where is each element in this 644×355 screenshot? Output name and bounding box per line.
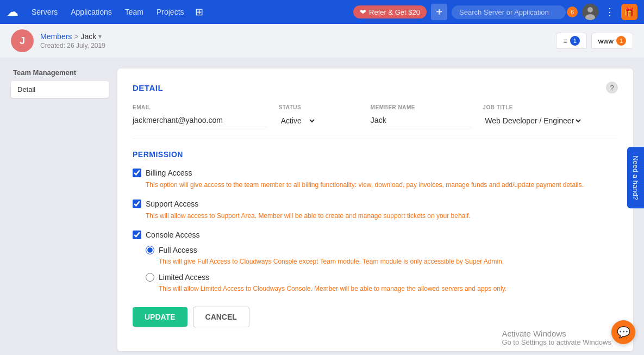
help-sidebar[interactable]: Need a hand? xyxy=(627,147,644,209)
panel-header: DETAIL ? xyxy=(133,82,618,94)
billing-access-desc: This option will give access to the team… xyxy=(146,180,618,190)
nav-projects[interactable]: Projects xyxy=(152,5,189,18)
full-access-label: Full Access xyxy=(159,246,197,254)
divider xyxy=(133,139,618,139)
email-value: jackmerchant@yahoo.com xyxy=(133,114,268,127)
tab-www[interactable]: www 1 xyxy=(591,33,633,49)
svg-point-1 xyxy=(587,7,593,13)
job-title-group: JOB TITLE Web Developer / Engineer Desig… xyxy=(483,104,618,128)
cancel-button[interactable]: CANCEL xyxy=(193,307,249,327)
console-access-item: Console Access Full Access This will giv… xyxy=(133,231,618,294)
member-name-value: Jack xyxy=(371,114,472,127)
limited-access-radio[interactable] xyxy=(146,273,154,282)
permissions-title: PERMISSION xyxy=(133,150,618,159)
status-select[interactable]: Active Inactive xyxy=(279,114,316,128)
breadcrumb-current: Jack xyxy=(81,32,97,41)
billing-access-header: Billing Access xyxy=(133,169,618,177)
grid-icon[interactable]: ⊞ xyxy=(195,6,203,18)
console-access-label: Console Access xyxy=(146,231,200,239)
email-group: EMAIL jackmerchant@yahoo.com xyxy=(133,104,268,128)
detail-form-row: EMAIL jackmerchant@yahoo.com STATUS Acti… xyxy=(133,104,618,128)
limited-access-label: Limited Access xyxy=(159,273,209,282)
topnav: ☁ Servers Applications Team Projects ⊞ ❤… xyxy=(0,0,644,24)
status-group: STATUS Active Inactive xyxy=(279,104,360,128)
add-button[interactable]: + xyxy=(431,4,447,20)
status-select-row: Active Inactive xyxy=(279,114,360,128)
chevron-down-icon[interactable]: ▾ xyxy=(98,33,102,40)
full-access-header: Full Access xyxy=(146,246,618,254)
server-tab-icon: ≡ xyxy=(563,37,567,45)
www-tab-label: www xyxy=(598,37,614,45)
breadcrumb-bar: J Members > Jack ▾ Created: 26 July, 201… xyxy=(0,24,644,58)
billing-access-checkbox[interactable] xyxy=(133,169,141,177)
billing-access-label: Billing Access xyxy=(146,169,192,177)
main-content: Team Management Detail DETAIL ? EMAIL ja… xyxy=(0,58,644,355)
sidebar-title: Team Management xyxy=(11,68,109,77)
breadcrumb-text: Members > Jack ▾ Created: 26 July, 2019 xyxy=(40,32,105,49)
refer-button[interactable]: ❤ Refer & Get $20 xyxy=(353,5,427,18)
detail-panel: DETAIL ? EMAIL jackmerchant@yahoo.com ST… xyxy=(117,68,633,351)
gift-icon[interactable]: 🎁 xyxy=(621,4,637,20)
support-access-item: Support Access This will allow access to… xyxy=(133,200,618,221)
created-date: Created: 26 July, 2019 xyxy=(40,42,105,49)
email-label: EMAIL xyxy=(133,104,268,110)
tab-servers[interactable]: ≡ 1 xyxy=(556,33,587,49)
update-button[interactable]: UPDATE xyxy=(133,307,187,327)
breadcrumb-sep: > xyxy=(74,32,78,41)
full-access-desc: This will give Full Access to Cloudways … xyxy=(159,257,618,266)
support-access-checkbox[interactable] xyxy=(133,200,141,208)
member-name-label: MEMBER NAME xyxy=(371,104,472,110)
help-icon[interactable]: ? xyxy=(606,82,618,94)
more-options-icon[interactable]: ⋮ xyxy=(603,6,617,18)
permissions-section: PERMISSION Billing Access This option wi… xyxy=(133,150,618,294)
heart-icon: ❤ xyxy=(360,8,366,16)
user-avatar[interactable] xyxy=(582,4,598,20)
limited-access-item: Limited Access This will allow Limited A… xyxy=(146,273,618,294)
nav-applications[interactable]: Applications xyxy=(66,5,116,18)
support-access-header: Support Access xyxy=(133,200,618,208)
limited-access-header: Limited Access xyxy=(146,273,618,282)
console-access-checkbox[interactable] xyxy=(133,231,141,239)
notification-badge[interactable]: 6 xyxy=(567,7,578,17)
sidebar: Team Management Detail xyxy=(11,68,109,351)
console-access-header: Console Access xyxy=(133,231,618,239)
job-title-select-row: Web Developer / Engineer Designer Manage… xyxy=(483,114,618,128)
nav-servers[interactable]: Servers xyxy=(27,5,62,18)
members-link[interactable]: Members xyxy=(40,32,72,41)
avatar: J xyxy=(11,29,34,52)
server-count-badge: 1 xyxy=(570,36,580,46)
www-count-badge: 1 xyxy=(616,36,626,46)
action-row: UPDATE CANCEL xyxy=(133,307,618,327)
search-input[interactable] xyxy=(452,5,566,19)
job-title-select[interactable]: Web Developer / Engineer Designer Manage… xyxy=(483,114,583,128)
refer-label: Refer & Get $20 xyxy=(369,8,420,16)
logo-icon[interactable]: ☁ xyxy=(7,5,18,19)
limited-access-desc: This will allow Limited Access to Cloudw… xyxy=(159,284,618,294)
status-label: STATUS xyxy=(279,104,360,110)
member-name-group: MEMBER NAME Jack xyxy=(371,104,472,128)
breadcrumb-right: ≡ 1 www 1 xyxy=(556,33,633,49)
support-access-desc: This will allow access to Support Area. … xyxy=(146,211,618,221)
breadcrumb: Members > Jack ▾ xyxy=(40,32,105,41)
sidebar-item-detail[interactable]: Detail xyxy=(11,81,109,98)
console-radio-options: Full Access This will give Full Access t… xyxy=(146,246,618,294)
support-access-label: Support Access xyxy=(146,200,198,208)
full-access-item: Full Access This will give Full Access t… xyxy=(146,246,618,266)
nav-team[interactable]: Team xyxy=(121,5,148,18)
full-access-radio[interactable] xyxy=(146,246,154,254)
breadcrumb-left: J Members > Jack ▾ Created: 26 July, 201… xyxy=(11,29,105,52)
job-title-label: JOB TITLE xyxy=(483,104,618,110)
chat-button[interactable]: 💬 xyxy=(611,320,635,344)
billing-access-item: Billing Access This option will give acc… xyxy=(133,169,618,190)
panel-title: DETAIL xyxy=(133,83,163,92)
